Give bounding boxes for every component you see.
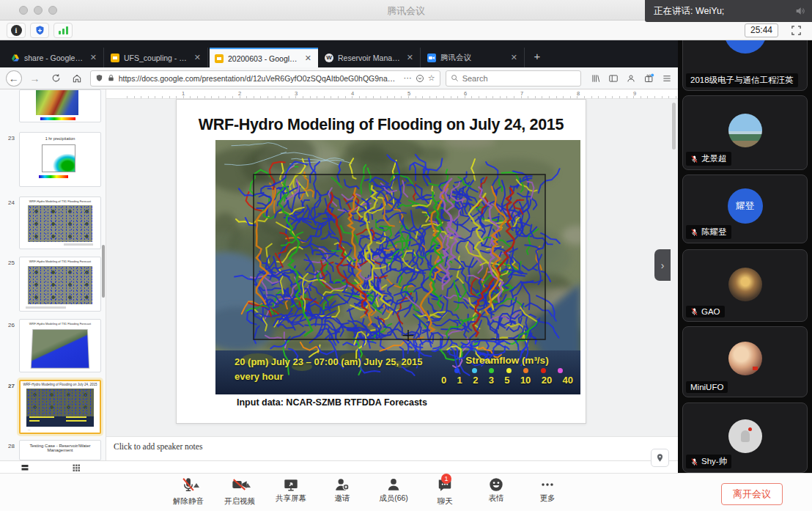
filmstrip-scrollbar[interactable] (102, 245, 105, 298)
account-icon[interactable] (626, 73, 636, 84)
tab-tencent-meeting[interactable]: 腾讯会议 ✕ (422, 48, 525, 67)
speaking-text: 正在讲话: WeiYu; (654, 6, 724, 16)
leave-meeting-button[interactable]: 离开会议 (721, 483, 783, 505)
slide-thumbnail-23[interactable]: 1 hr precipitation (19, 132, 101, 187)
participant-label: MiniUFO (686, 381, 728, 393)
signal-bars-icon (59, 26, 68, 34)
legend-title: Streamflow (m³/s) (440, 355, 575, 366)
tab-label: 20200603 - Google Slides (228, 54, 299, 63)
meeting-info-button[interactable]: i (7, 23, 26, 38)
speaker-icon (794, 5, 806, 17)
tab-20200603-active[interactable]: 20200603 - Google Slides ✕ (210, 48, 318, 67)
new-tab-button[interactable]: + (529, 50, 545, 62)
shield-icon (34, 25, 45, 36)
forward-button[interactable]: → (27, 70, 43, 87)
slide-thumbnail-22[interactable] (19, 89, 101, 122)
ruler-number: 1 (182, 90, 185, 97)
slide-number: 25 (1, 260, 15, 266)
pocket-icon[interactable] (416, 74, 424, 83)
participant-tile[interactable]: MiniUFO (682, 326, 808, 397)
info-icon: i (11, 25, 22, 36)
reload-button[interactable] (48, 70, 64, 87)
participant-tile[interactable]: 耀登 陈耀登 (682, 174, 808, 243)
participant-label: GAO (686, 306, 725, 317)
slide-thumbnail-25[interactable]: WRF-Hydro Modeling of TS1 Flooding Forec… (19, 257, 101, 312)
filmstrip-view-icon[interactable] (21, 463, 29, 472)
tab-label: Reservoir Management – Weic (338, 54, 401, 62)
search-input[interactable] (462, 74, 558, 83)
tencent-meeting-icon (427, 54, 436, 62)
video-options-caret[interactable] (245, 483, 251, 488)
address-bar[interactable]: https://docs.google.com/presentation/d/1… (90, 70, 440, 87)
map-time-caption: 20 (pm) July 23 – 07:00 (am) July 25, 20… (235, 355, 423, 384)
emoji-button[interactable]: 表情 (479, 477, 514, 507)
speaker-notes[interactable]: Click to add speaker notes (106, 436, 678, 460)
tab-close-icon[interactable]: ✕ (89, 53, 98, 62)
bookmark-star-icon[interactable]: ☆ (428, 73, 435, 83)
invite-button[interactable]: 邀请 (325, 477, 360, 507)
meeting-timer: 25:44 (745, 23, 778, 37)
more-button[interactable]: 更多 (530, 477, 565, 507)
start-video-button[interactable]: 开启视频 (222, 477, 257, 507)
google-slides-icon (111, 54, 119, 62)
tab-close-icon[interactable]: ✕ (193, 53, 202, 62)
slide-thumbnail-28[interactable]: Testing Case - Reservoir/Water Managemen… (19, 440, 101, 460)
grid-view-icon[interactable] (72, 463, 81, 472)
search-bar[interactable] (446, 70, 581, 87)
explore-button[interactable] (651, 449, 669, 467)
flood-map-figure: 20 (pm) July 23 – 07:00 (am) July 25, 20… (215, 140, 580, 394)
tab-label: 腾讯会议 (440, 53, 505, 63)
home-button[interactable] (69, 70, 85, 87)
ruler-number: 5 (407, 90, 410, 97)
share-screen-button[interactable]: 共享屏幕 (273, 477, 309, 507)
participant-label: 2018级电子与通信工程汪英 (686, 73, 798, 87)
mic-muted-icon (690, 155, 698, 163)
slide-canvas[interactable]: WRF-Hydro Modeling of Flooding on July 2… (176, 99, 586, 424)
tab-close-icon[interactable]: ✕ (303, 54, 313, 63)
speaking-banner: 正在讲话: WeiYu; (645, 0, 812, 22)
participant-tile[interactable]: 龙景超 (682, 95, 808, 170)
tab-close-icon[interactable]: ✕ (509, 53, 519, 62)
participant-label: 陈耀登 (686, 225, 731, 239)
ruler-number: 9 (633, 90, 636, 97)
slide-thumbnail-26[interactable]: WRF-Hydro Modeling of TS1 Flooding Forec… (19, 319, 101, 372)
slide-number: 24 (1, 199, 15, 206)
sidebar-expand-handle[interactable]: › (654, 249, 671, 281)
speaker-notes-placeholder: Click to add speaker notes (114, 442, 202, 451)
horizontal-ruler: 1 2 3 4 5 6 7 8 9 (106, 89, 678, 99)
members-button[interactable]: 成员(66) (376, 477, 411, 507)
url-text: https://docs.google.com/presentation/d/1… (119, 74, 400, 83)
members-icon (385, 477, 402, 493)
extension-gift-icon[interactable] (643, 73, 654, 84)
ruler-number: 8 (577, 90, 580, 97)
meeting-security-button[interactable] (30, 23, 49, 38)
menu-icon[interactable] (662, 73, 672, 84)
mic-options-caret[interactable] (193, 483, 199, 488)
back-button[interactable]: ← (6, 70, 22, 87)
sidebar-toggle-icon[interactable] (608, 73, 619, 84)
ruler-number: 2 (238, 90, 241, 97)
slide-thumbnail-24[interactable]: WRF-Hydro Modeling of TS1 Flooding Forec… (19, 196, 101, 249)
page-actions-icon[interactable]: ⋯ (404, 73, 412, 83)
mic-muted-icon (690, 307, 698, 316)
mic-muted-icon (690, 228, 698, 237)
tab-share-google-drive[interactable]: share - Google Drive ✕ (6, 48, 104, 67)
library-icon[interactable] (591, 73, 601, 84)
avatar (728, 342, 762, 375)
network-status-button[interactable] (53, 23, 73, 38)
fullscreen-icon[interactable] (791, 25, 802, 36)
slide-title: WRF-Hydro Modeling of Flooding on July 2… (188, 116, 575, 134)
participant-tile[interactable]: Shy-帅 (682, 402, 808, 473)
unmute-button[interactable]: 解除静音 (171, 477, 206, 507)
tab-ufs-coupling[interactable]: UFS_coupling - Google Slides ✕ (106, 48, 208, 67)
tab-reservoir-management[interactable]: W Reservoir Management – Weic ✕ (320, 48, 421, 67)
chat-badge: 1 (441, 474, 451, 484)
participant-tile[interactable]: GAO (682, 249, 808, 322)
slide-thumbnail-27-selected[interactable]: WRF-Hydro Modeling of Flooding on July 2… (19, 380, 101, 434)
participants-panel: 2018级电子与通信工程汪英 龙景超 耀登 陈耀登 GAO (678, 21, 812, 473)
mic-muted-icon (690, 457, 698, 466)
streamflow-legend: Streamflow (m³/s) 01235102040 (440, 355, 575, 386)
tab-close-icon[interactable]: ✕ (405, 53, 415, 62)
canvas-scrollbar[interactable] (672, 103, 676, 150)
chat-button[interactable]: 1 聊天 (427, 477, 462, 507)
